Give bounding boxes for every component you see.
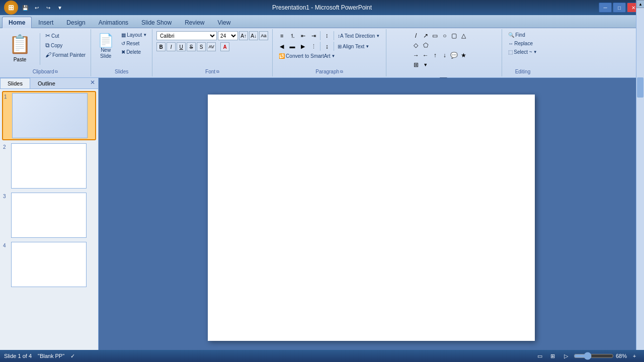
shape-arrow-down[interactable]: ↓ [440,51,449,60]
layout-dropdown-icon: ▼ [143,33,147,37]
font-color-button[interactable]: A [220,42,229,51]
slide-thumb-3[interactable]: 3 [2,192,96,239]
numbered-list-button[interactable]: ⒈ [287,31,297,40]
shadow-button[interactable]: S [197,42,206,51]
paragraph-expand-icon[interactable]: ⧉ [340,69,343,74]
slide-sorter-button[interactable]: ⊞ [547,351,558,360]
font-size-select[interactable]: 24 [218,31,238,40]
slide-num-4: 4 [3,243,9,248]
new-slide-button[interactable]: 📄 New Slide [94,31,117,62]
ribbon-content: 📋 Paste ✂ Cut ⧉ Copy 🖌 Format Pain [0,28,644,77]
restore-button[interactable]: □ [613,3,626,13]
text-direction-button[interactable]: ↕A Text Direction ▼ [336,31,382,40]
align-text-button[interactable]: ⊞ Align Text ▼ [336,42,371,51]
shape-line[interactable]: / [412,31,421,40]
reset-button[interactable]: ↺ Reset [119,40,149,47]
align-center-button[interactable]: ▬ [287,42,297,51]
strikethrough-button[interactable]: S [187,42,196,51]
slide-thumb-1[interactable]: 1 [2,91,96,140]
tab-view[interactable]: View [211,17,237,28]
scroll-up-button[interactable]: ▲ [636,0,644,8]
zoom-in-button[interactable]: + [629,351,640,360]
format-painter-icon: 🖌 [45,51,51,58]
delete-button[interactable]: ✖ Delete [119,48,149,56]
panel-tab-outline[interactable]: Outline [30,78,63,88]
scroll-track[interactable] [636,8,644,354]
scroll-thumb[interactable] [637,77,643,98]
format-painter-button[interactable]: 🖌 Format Painter [43,50,88,59]
shape-triangle[interactable]: △ [459,31,468,40]
tab-home[interactable]: Home [2,17,32,28]
columns-button[interactable]: ⫶ [322,31,332,40]
shapes-more[interactable]: ▼ [421,60,430,69]
clear-format-button[interactable]: Aa [259,31,268,40]
save-button[interactable]: 💾 [20,3,30,12]
cut-button[interactable]: ✂ Cut [43,31,88,40]
para-sep4 [334,42,334,51]
slides-list[interactable]: 1 2 3 4 [0,89,98,357]
replace-button[interactable]: ↔ Replace [506,40,535,47]
convert-smartart-button[interactable]: 🔁 Convert to SmartArt ▼ [277,52,337,60]
normal-view-button[interactable]: ▭ [534,351,545,360]
zoom-slider[interactable] [574,352,614,360]
layout-icon: ▦ [121,32,126,38]
shape-pentagon[interactable]: ⬠ [421,41,430,50]
increase-font-button[interactable]: A↑ [239,31,248,40]
font-expand-icon[interactable]: ⧉ [216,69,219,74]
tab-design[interactable]: Design [60,17,92,28]
underline-button[interactable]: U [177,42,186,51]
ribbon-group-slides: 📄 New Slide ▦ Layout ▼ ↺ Reset ✖ [91,29,152,76]
undo-button[interactable]: ↩ [32,3,42,12]
paste-button[interactable]: 📋 [6,32,34,56]
shape-rounded-rect[interactable]: ▢ [450,31,459,40]
tab-animations[interactable]: Animations [92,17,135,28]
char-spacing-button[interactable]: AV [207,42,216,51]
justify-button[interactable]: ⋮ [308,42,318,51]
shape-star[interactable]: ★ [459,51,468,60]
find-button[interactable]: 🔍 Find [506,31,527,39]
bullet-list-button[interactable]: ≡ [277,31,287,40]
slide-thumb-2[interactable]: 2 [2,142,96,190]
align-right-button[interactable]: ▶ [298,42,308,51]
customize-qat-button[interactable]: ▼ [55,3,65,12]
office-button[interactable]: ⊞ [4,1,18,15]
select-dropdown: ▼ [533,50,537,54]
shape-diamond[interactable]: ◇ [412,41,421,50]
slide-num-1: 1 [4,94,10,100]
shape-circle[interactable]: ○ [440,31,449,40]
shape-arrow[interactable]: ↗ [421,31,430,40]
decrease-font-button[interactable]: A↓ [249,31,258,40]
tab-slideshow[interactable]: Slide Show [135,17,178,28]
select-button[interactable]: ⬚ Select ~ ▼ [506,48,539,56]
shape-callout[interactable]: 💬 [450,51,459,60]
office-logo: ⊞ [8,4,14,12]
increase-indent-button[interactable]: ⇥ [308,31,318,40]
decrease-indent-button[interactable]: ⇤ [298,31,308,40]
redo-button[interactable]: ↪ [43,3,53,12]
canvas-area[interactable] [99,78,644,357]
clipboard-expand-icon[interactable]: ⧉ [55,69,58,74]
italic-button[interactable]: I [167,42,176,51]
layout-button[interactable]: ▦ Layout ▼ [119,31,149,39]
slide-canvas[interactable] [208,95,535,341]
bold-button[interactable]: B [156,42,166,51]
panel-tab-slides[interactable]: Slides [0,78,30,88]
copy-button[interactable]: ⧉ Copy [43,41,88,50]
slide-thumb-4[interactable]: 4 [2,241,96,288]
tab-review[interactable]: Review [178,17,211,28]
panel-close-button[interactable]: ✕ [87,78,98,88]
slides-panel: Slides Outline ✕ 1 2 3 [0,78,99,357]
para-sep1 [320,31,320,40]
shape-arrow-up[interactable]: ↑ [431,51,440,60]
shape-arrow-right[interactable]: → [412,51,421,60]
shape-banner[interactable]: ⊞ [412,60,421,69]
shape-arrow-left[interactable]: ← [421,51,430,60]
font-name-select[interactable]: Calibri [156,31,217,40]
slideshow-button[interactable]: ▷ [560,351,572,360]
align-left-button[interactable]: ◀ [277,42,287,51]
line-spacing-button[interactable]: ↨ [322,42,332,51]
tab-insert[interactable]: Insert [32,17,60,28]
slide-preview-4 [11,242,87,287]
minimize-button[interactable]: ─ [599,3,612,13]
shape-rect[interactable]: ▭ [431,31,440,40]
